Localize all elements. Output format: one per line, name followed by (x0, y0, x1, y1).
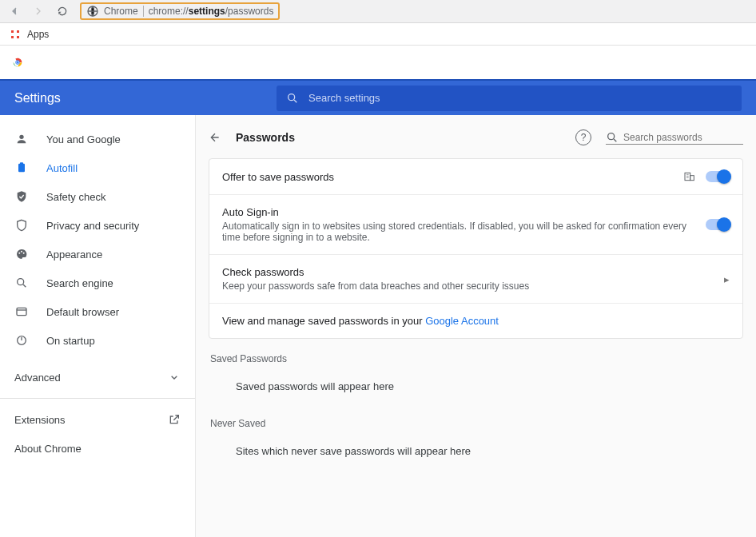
browser-icon (14, 305, 29, 318)
back-icon[interactable] (8, 5, 21, 18)
svg-point-4 (288, 93, 295, 100)
palette-icon (14, 248, 29, 261)
external-link-icon (168, 413, 181, 426)
chrome-logo-icon (11, 56, 24, 69)
omnibox-divider (143, 6, 144, 17)
row-auto-signin: Auto Sign-in Automatically sign in to we… (209, 195, 742, 255)
corporate-icon (683, 170, 696, 183)
search-passwords-input[interactable] (623, 132, 743, 143)
bookmarks-bar: Apps (0, 23, 756, 46)
shield-icon (14, 219, 29, 232)
never-saved-label: Never Saved (210, 418, 743, 429)
svg-point-11 (18, 279, 24, 285)
svg-rect-7 (20, 162, 23, 165)
sidebar-item-appearance[interactable]: Appearance (0, 240, 195, 268)
google-account-link[interactable]: Google Account (425, 315, 499, 327)
svg-rect-15 (685, 173, 690, 180)
site-icon (86, 5, 99, 18)
chevron-right-icon: ▸ (724, 273, 730, 285)
help-icon[interactable]: ? (575, 129, 591, 145)
sidebar-item-about[interactable]: About Chrome (0, 434, 195, 463)
toggle-offer-save[interactable] (706, 171, 730, 182)
omnibox-scheme: Chrome (104, 6, 138, 17)
settings-title: Settings (14, 91, 262, 105)
sidebar-item-autofill[interactable]: Autofill (0, 153, 195, 182)
person-icon (14, 133, 29, 145)
row-check-passwords[interactable]: Check passwords Keep your passwords safe… (209, 255, 742, 304)
svg-point-10 (23, 253, 25, 254)
settings-search-input[interactable] (308, 92, 732, 104)
apps-grid-icon[interactable] (10, 29, 21, 40)
svg-point-14 (608, 133, 615, 139)
search-icon (286, 92, 299, 105)
shield-check-icon (14, 190, 29, 203)
svg-point-5 (19, 135, 23, 139)
sidebar: You and Google Autofill Safety check Pri… (0, 115, 196, 537)
svg-point-8 (18, 253, 20, 254)
tab-strip-area (0, 46, 756, 79)
sidebar-item-search-engine[interactable]: Search engine (0, 268, 195, 297)
sidebar-divider (0, 398, 195, 399)
search-icon (14, 276, 29, 289)
toggle-auto-signin[interactable] (706, 219, 730, 230)
svg-rect-16 (690, 176, 694, 181)
search-passwords[interactable] (606, 131, 743, 145)
reload-icon[interactable] (56, 5, 69, 18)
settings-search[interactable] (277, 86, 742, 111)
browser-toolbar: Chrome chrome://settings/passwords (0, 0, 756, 23)
never-saved-placeholder: Sites which never save passwords will ap… (209, 434, 743, 468)
sidebar-item-default-browser[interactable]: Default browser (0, 297, 195, 326)
apps-label[interactable]: Apps (27, 29, 49, 40)
settings-header: Settings (0, 79, 756, 115)
svg-point-9 (21, 251, 22, 253)
main-panel: Passwords ? Offer to save passwords Auto… (196, 115, 756, 537)
sidebar-item-safety-check[interactable]: Safety check (0, 182, 195, 211)
power-icon (14, 334, 29, 347)
row-offer-save: Offer to save passwords (209, 159, 742, 195)
sidebar-item-extensions[interactable]: Extensions (0, 405, 195, 434)
saved-passwords-placeholder: Saved passwords will appear here (209, 369, 743, 404)
forward-icon[interactable] (32, 5, 45, 18)
page-title: Passwords (236, 131, 561, 144)
sidebar-item-privacy[interactable]: Privacy and security (0, 211, 195, 240)
search-icon (606, 131, 619, 144)
saved-passwords-label: Saved Passwords (210, 353, 743, 364)
address-bar[interactable]: Chrome chrome://settings/passwords (80, 2, 280, 20)
sidebar-item-you-and-google[interactable]: You and Google (0, 125, 195, 153)
sidebar-item-advanced[interactable]: Advanced (0, 363, 195, 392)
settings-card: Offer to save passwords Auto Sign-in Aut… (209, 158, 743, 339)
svg-rect-12 (17, 308, 26, 315)
sidebar-item-on-startup[interactable]: On startup (0, 326, 195, 355)
chevron-down-icon (168, 371, 181, 384)
svg-rect-6 (18, 164, 25, 173)
svg-point-3 (16, 61, 18, 63)
row-view-manage: View and manage saved passwords in your … (209, 304, 742, 338)
back-arrow-icon[interactable] (209, 131, 221, 144)
clipboard-icon (14, 161, 29, 174)
